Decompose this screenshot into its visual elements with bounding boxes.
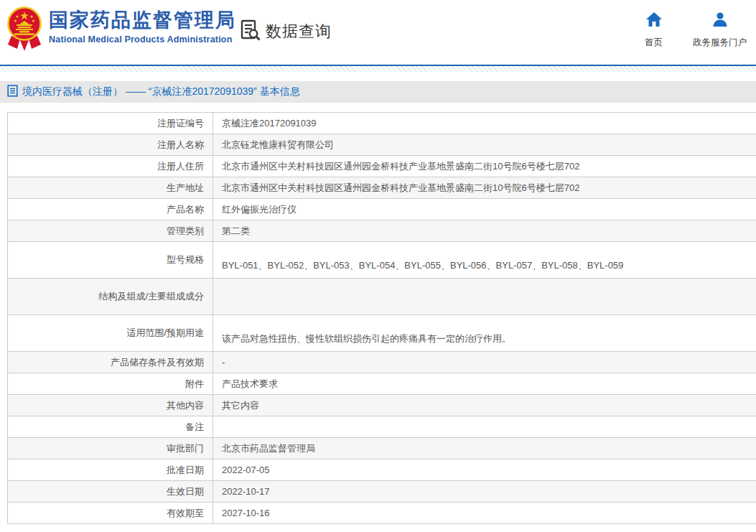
data-query-link[interactable]: 数据查询 xyxy=(239,19,332,45)
table-row: 批准日期 2022-07-05 xyxy=(8,459,756,481)
row-label: 注册证编号 xyxy=(8,113,213,134)
top-nav: 首页 政务服务门户 xyxy=(645,11,747,49)
row-value: - xyxy=(213,352,756,373)
table-row: 注册证编号 京械注准20172091039 xyxy=(8,113,756,134)
table-row: 产品储存条件及有效期 - xyxy=(8,352,756,373)
nav-gov-portal[interactable]: 政务服务门户 xyxy=(693,11,747,49)
row-label: 备注 xyxy=(8,416,213,438)
table-row: 注册人住所 北京市通州区中关村科技园区通州园金桥科技产业基地景盛南二街10号院6… xyxy=(8,156,756,177)
breadcrumb-bar: 境内医疗器械（注册） —— “京械注准20172091039” 基本信息 xyxy=(0,81,756,103)
row-value: 2022-10-17 xyxy=(213,481,756,503)
row-value: 其它内容 xyxy=(213,395,756,416)
row-label: 批准日期 xyxy=(8,459,213,481)
table-row: 管理类别 第二类 xyxy=(8,220,756,242)
page-header: 国家药品监督管理局 National Medical Products Admi… xyxy=(0,0,756,65)
table-row: 备注 xyxy=(8,416,756,438)
row-label: 产品名称 xyxy=(8,199,213,220)
row-value: 2022-07-05 xyxy=(213,459,756,481)
home-icon xyxy=(645,11,663,30)
row-value: 京械注准20172091039 xyxy=(213,113,756,134)
row-label: 管理类别 xyxy=(8,220,213,242)
row-value: 北京市药品监督管理局 xyxy=(213,438,756,459)
row-value: 北京市通州区中关村科技园区通州园金桥科技产业基地景盛南二街10号院6号楼七层70… xyxy=(213,156,756,177)
breadcrumb: 境内医疗器械（注册） —— “京械注准20172091039” 基本信息 xyxy=(22,85,300,98)
hatch-band xyxy=(0,66,756,72)
row-value: 北京市通州区中关村科技园区通州园金桥科技产业基地景盛南二街10号院6号楼七层70… xyxy=(213,177,756,199)
nav-home-label: 首页 xyxy=(645,37,663,49)
table-row: 结构及组成/主要组成成分 xyxy=(8,279,756,315)
row-label: 结构及组成/主要组成成分 xyxy=(8,279,213,315)
row-label: 注册人住所 xyxy=(8,156,213,177)
row-value xyxy=(213,416,756,438)
row-value: 北京钰龙惟康科贸有限公司 xyxy=(213,134,756,156)
row-label: 注册人名称 xyxy=(8,134,213,156)
row-value: 第二类 xyxy=(213,220,756,242)
row-value: 该产品对急性扭伤、慢性软组织损伤引起的疼痛具有一定的治疗作用。 xyxy=(213,315,756,352)
row-label: 有效期至 xyxy=(8,503,213,524)
table-row: 注册人名称 北京钰龙惟康科贸有限公司 xyxy=(8,134,756,156)
table-row: 审批部门 北京市药品监督管理局 xyxy=(8,438,756,459)
row-label: 适用范围/预期用途 xyxy=(8,315,213,352)
table-row: 生效日期 2022-10-17 xyxy=(8,481,756,503)
registration-info-table: 注册证编号 京械注准20172091039 注册人名称 北京钰龙惟康科贸有限公司… xyxy=(7,112,756,524)
row-value: BYL-051、BYL-052、BYL-053、BYL-054、BYL-055、… xyxy=(213,242,756,279)
row-value: 产品技术要求 xyxy=(213,373,756,395)
row-value: 红外偏振光治疗仪 xyxy=(213,199,756,220)
national-emblem-logo xyxy=(7,6,42,52)
table-row: 适用范围/预期用途 该产品对急性扭伤、慢性软组织损伤引起的疼痛具有一定的治疗作用… xyxy=(8,315,756,352)
row-label: 生效日期 xyxy=(8,481,213,503)
row-value xyxy=(213,279,756,315)
user-icon xyxy=(711,11,729,30)
org-name-zh: 国家药品监督管理局 xyxy=(49,9,236,32)
org-title-block: 国家药品监督管理局 National Medical Products Admi… xyxy=(49,9,236,45)
data-query-icon xyxy=(239,19,262,45)
row-label: 其他内容 xyxy=(8,395,213,416)
nav-home[interactable]: 首页 xyxy=(645,11,663,49)
table-row: 型号规格 BYL-051、BYL-052、BYL-053、BYL-054、BYL… xyxy=(8,242,756,279)
table-row: 其他内容 其它内容 xyxy=(8,395,756,416)
table-row: 有效期至 2027-10-16 xyxy=(8,503,756,524)
table-row: 产品名称 红外偏振光治疗仪 xyxy=(8,199,756,220)
row-value: 2027-10-16 xyxy=(213,503,756,524)
nav-gov-portal-label: 政务服务门户 xyxy=(693,37,747,49)
row-label: 审批部门 xyxy=(8,438,213,459)
row-label: 产品储存条件及有效期 xyxy=(8,352,213,373)
document-icon xyxy=(7,85,18,100)
table-row: 附件 产品技术要求 xyxy=(8,373,756,395)
data-query-label: 数据查询 xyxy=(266,21,332,42)
org-name-en: National Medical Products Administration xyxy=(49,34,236,45)
table-row: 生产地址 北京市通州区中关村科技园区通州园金桥科技产业基地景盛南二街10号院6号… xyxy=(8,177,756,199)
row-label: 生产地址 xyxy=(8,177,213,199)
row-label: 附件 xyxy=(8,373,213,395)
row-label: 型号规格 xyxy=(8,242,213,279)
